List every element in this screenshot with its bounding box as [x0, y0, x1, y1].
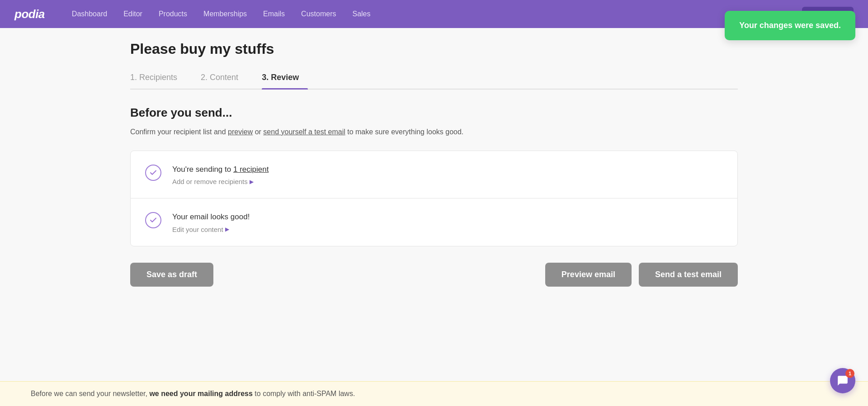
- tab-content[interactable]: 2. Content: [201, 68, 247, 89]
- nav-products[interactable]: Products: [159, 10, 187, 18]
- section-after-text: to make sure everything looks good.: [347, 128, 463, 136]
- review-item-recipients: You're sending to 1 recipient Add or rem…: [131, 151, 737, 199]
- tabs-row: 1. Recipients 2. Content 3. Review: [130, 68, 738, 90]
- save-draft-button[interactable]: Save as draft: [130, 263, 213, 287]
- add-remove-label: Add or remove recipients: [172, 178, 248, 185]
- toast-notification: Your changes were saved.: [725, 11, 855, 40]
- nav-links: Dashboard Editor Products Memberships Em…: [72, 10, 802, 18]
- section-title: Before you send...: [130, 106, 738, 120]
- section-or: or: [255, 128, 264, 136]
- recipients-check-icon: [145, 165, 161, 181]
- section-desc-prefix: Confirm your recipient list and: [130, 128, 226, 136]
- tab-recipients[interactable]: 1. Recipients: [130, 68, 186, 89]
- recipients-main-text: You're sending to 1 recipient: [172, 164, 269, 175]
- test-email-link[interactable]: send yourself a test email: [263, 128, 345, 136]
- nav-sales[interactable]: Sales: [352, 10, 370, 18]
- content-arrow-icon: ▶: [225, 226, 229, 232]
- tab-review[interactable]: 3. Review: [262, 68, 308, 89]
- nav-editor[interactable]: Editor: [123, 10, 142, 18]
- content-check-icon: [145, 212, 161, 228]
- nav-emails[interactable]: Emails: [263, 10, 285, 18]
- nav-memberships[interactable]: Memberships: [203, 10, 247, 18]
- bottom-actions: Save as draft Preview email Send a test …: [130, 246, 738, 287]
- recipient-count-link[interactable]: 1 recipient: [233, 165, 269, 174]
- edit-content-label: Edit your content: [172, 226, 223, 233]
- recipients-arrow-icon: ▶: [250, 179, 254, 185]
- right-action-buttons: Preview email Send a test email: [545, 263, 738, 287]
- notice-suffix: to comply with anti-SPAM laws.: [255, 390, 355, 397]
- page-content: Please buy my stuffs 1. Recipients 2. Co…: [99, 28, 769, 287]
- send-test-email-button[interactable]: Send a test email: [639, 263, 738, 287]
- chat-button[interactable]: 1: [830, 368, 855, 393]
- review-item-content: Your email looks good! Edit your content…: [131, 198, 737, 246]
- edit-content-link[interactable]: Edit your content ▶: [172, 226, 250, 233]
- notice-prefix: Before we can send your newsletter,: [31, 390, 147, 397]
- page-title: Please buy my stuffs: [130, 28, 738, 68]
- review-card: You're sending to 1 recipient Add or rem…: [130, 151, 738, 246]
- preview-email-button[interactable]: Preview email: [545, 263, 632, 287]
- section-description: Confirm your recipient list and preview …: [130, 126, 738, 138]
- nav-dashboard[interactable]: Dashboard: [72, 10, 107, 18]
- sending-to-prefix: You're sending to: [172, 165, 231, 174]
- brand-logo[interactable]: podia: [14, 7, 45, 21]
- preview-link[interactable]: preview: [228, 128, 253, 136]
- content-text-block: Your email looks good! Edit your content…: [172, 211, 250, 233]
- toast-message: Your changes were saved.: [739, 21, 841, 30]
- bottom-notice: Before we can send your newsletter, we n…: [0, 381, 868, 406]
- add-remove-recipients[interactable]: Add or remove recipients ▶: [172, 178, 269, 185]
- content-main-text: Your email looks good!: [172, 211, 250, 223]
- recipients-text-block: You're sending to 1 recipient Add or rem…: [172, 164, 269, 186]
- chat-badge: 1: [845, 369, 854, 378]
- notice-bold: we need your mailing address: [149, 390, 253, 397]
- nav-customers[interactable]: Customers: [301, 10, 336, 18]
